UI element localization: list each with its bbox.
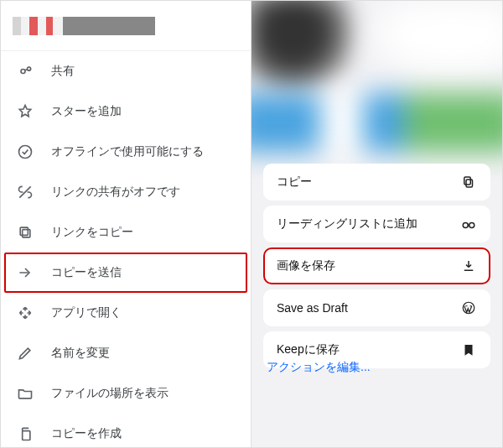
menu-label: スターを追加 [51, 104, 122, 119]
menu-item-open-with[interactable]: アプリで開く [1, 293, 251, 333]
send-copy-icon [16, 263, 34, 282]
menu-item-share[interactable]: 共有 [1, 51, 251, 91]
menu-label: オフラインで使用可能にする [51, 144, 204, 159]
svg-point-9 [469, 223, 474, 228]
menu-label: リンクの共有がオフです [51, 185, 180, 200]
menu-item-send-copy[interactable]: コピーを送信 [4, 253, 247, 293]
copy-file-icon [16, 425, 34, 443]
menu-label: コピーを送信 [51, 265, 122, 280]
menu-label: コピーを作成 [51, 426, 122, 441]
svg-point-8 [463, 223, 468, 228]
action-label: コピー [277, 175, 312, 190]
folder-icon [16, 384, 34, 403]
left-menu: 共有 スターを追加 オフラインで使用可能にする リンクの共有がオフです リンクを [1, 51, 251, 447]
wordpress-icon [460, 300, 477, 316]
menu-item-offline[interactable]: オフラインで使用可能にする [1, 132, 251, 172]
action-label: 画像を保存 [277, 258, 335, 273]
menu-label: 名前を変更 [51, 346, 110, 361]
menu-label: ファイルの場所を表示 [51, 386, 169, 401]
menu-item-locate-file[interactable]: ファイルの場所を表示 [1, 373, 251, 414]
edit-actions-link[interactable]: アクションを編集... [267, 360, 371, 375]
obscured-title [13, 17, 155, 35]
svg-point-0 [21, 70, 25, 74]
svg-rect-3 [20, 227, 28, 235]
open-with-icon [16, 304, 34, 322]
offline-icon [16, 143, 34, 161]
action-item-reading-list[interactable]: リーディングリストに追加 [263, 206, 490, 242]
share-icon [16, 62, 34, 81]
glasses-icon [460, 216, 477, 232]
menu-item-star[interactable]: スターを追加 [1, 91, 251, 132]
action-sheet: コピー リーディングリストに追加 画像を保存 Save as Draft Kee [263, 164, 490, 373]
svg-rect-6 [466, 180, 473, 187]
svg-rect-7 [464, 177, 471, 185]
menu-item-copy-link[interactable]: リンクをコピー [1, 212, 251, 253]
left-header [1, 1, 251, 51]
action-item-save-draft[interactable]: Save as Draft [263, 289, 490, 326]
action-label: Keepに保存 [277, 342, 340, 357]
action-label: リーディングリストに追加 [277, 216, 417, 232]
svg-rect-4 [23, 431, 30, 440]
copy-sheet-icon [460, 174, 477, 190]
menu-label: 共有 [51, 64, 75, 79]
download-icon [460, 258, 477, 274]
menu-label: リンクをコピー [51, 225, 133, 240]
rename-icon [16, 344, 34, 362]
star-icon [16, 102, 34, 121]
action-label: Save as Draft [277, 301, 348, 315]
action-item-save-image[interactable]: 画像を保存 [263, 247, 490, 284]
right-share-sheet-panel: コピー リーディングリストに追加 画像を保存 Save as Draft Kee [252, 1, 502, 447]
menu-item-link-off[interactable]: リンクの共有がオフです [1, 172, 251, 212]
menu-item-rename[interactable]: 名前を変更 [1, 333, 251, 373]
action-item-copy[interactable]: コピー [263, 164, 490, 201]
link-off-icon [16, 183, 34, 201]
left-menu-panel: 共有 スターを追加 オフラインで使用可能にする リンクの共有がオフです リンクを [1, 1, 252, 447]
copy-link-icon [16, 223, 34, 242]
menu-item-make-copy[interactable]: コピーを作成 [1, 414, 251, 447]
bookmark-icon [460, 341, 477, 358]
svg-point-1 [19, 146, 32, 159]
svg-rect-2 [23, 230, 30, 237]
menu-label: アプリで開く [51, 305, 122, 320]
